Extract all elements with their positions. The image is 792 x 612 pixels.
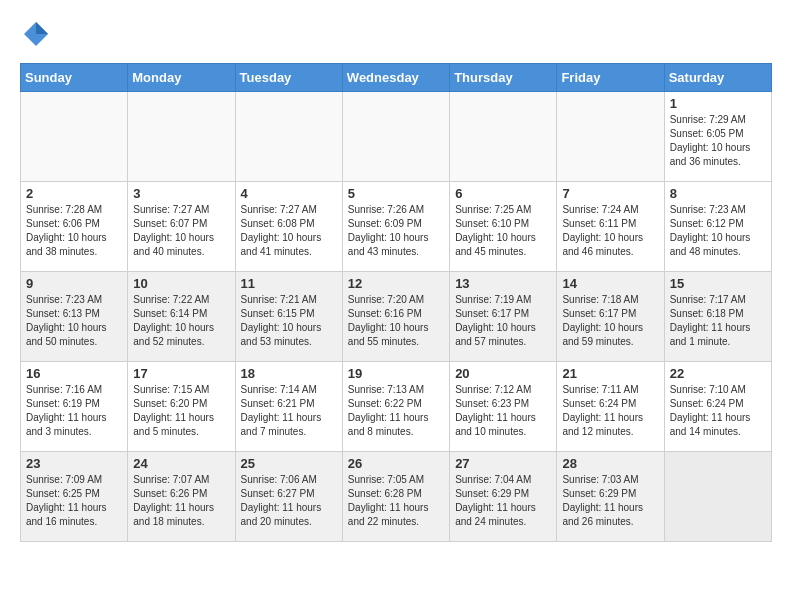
calendar-cell: 10Sunrise: 7:22 AM Sunset: 6:14 PM Dayli… — [128, 272, 235, 362]
calendar-cell: 22Sunrise: 7:10 AM Sunset: 6:24 PM Dayli… — [664, 362, 771, 452]
day-info: Sunrise: 7:03 AM Sunset: 6:29 PM Dayligh… — [562, 473, 658, 529]
day-info: Sunrise: 7:14 AM Sunset: 6:21 PM Dayligh… — [241, 383, 337, 439]
day-info: Sunrise: 7:07 AM Sunset: 6:26 PM Dayligh… — [133, 473, 229, 529]
day-info: Sunrise: 7:27 AM Sunset: 6:08 PM Dayligh… — [241, 203, 337, 259]
day-info: Sunrise: 7:25 AM Sunset: 6:10 PM Dayligh… — [455, 203, 551, 259]
day-info: Sunrise: 7:24 AM Sunset: 6:11 PM Dayligh… — [562, 203, 658, 259]
day-number: 9 — [26, 276, 122, 291]
calendar-cell — [21, 92, 128, 182]
day-info: Sunrise: 7:13 AM Sunset: 6:22 PM Dayligh… — [348, 383, 444, 439]
day-info: Sunrise: 7:16 AM Sunset: 6:19 PM Dayligh… — [26, 383, 122, 439]
day-number: 12 — [348, 276, 444, 291]
calendar-cell: 8Sunrise: 7:23 AM Sunset: 6:12 PM Daylig… — [664, 182, 771, 272]
day-number: 13 — [455, 276, 551, 291]
day-number: 1 — [670, 96, 766, 111]
logo-icon — [22, 20, 50, 48]
logo — [20, 20, 50, 53]
calendar-cell: 26Sunrise: 7:05 AM Sunset: 6:28 PM Dayli… — [342, 452, 449, 542]
day-number: 2 — [26, 186, 122, 201]
weekday-header-saturday: Saturday — [664, 64, 771, 92]
calendar-cell: 1Sunrise: 7:29 AM Sunset: 6:05 PM Daylig… — [664, 92, 771, 182]
day-number: 10 — [133, 276, 229, 291]
calendar-cell: 21Sunrise: 7:11 AM Sunset: 6:24 PM Dayli… — [557, 362, 664, 452]
calendar-cell: 4Sunrise: 7:27 AM Sunset: 6:08 PM Daylig… — [235, 182, 342, 272]
calendar-cell: 7Sunrise: 7:24 AM Sunset: 6:11 PM Daylig… — [557, 182, 664, 272]
day-number: 3 — [133, 186, 229, 201]
day-info: Sunrise: 7:28 AM Sunset: 6:06 PM Dayligh… — [26, 203, 122, 259]
page-header — [20, 20, 772, 53]
weekday-header-sunday: Sunday — [21, 64, 128, 92]
calendar-cell — [235, 92, 342, 182]
day-number: 16 — [26, 366, 122, 381]
day-number: 23 — [26, 456, 122, 471]
calendar-cell: 16Sunrise: 7:16 AM Sunset: 6:19 PM Dayli… — [21, 362, 128, 452]
calendar-cell — [342, 92, 449, 182]
day-number: 19 — [348, 366, 444, 381]
day-info: Sunrise: 7:20 AM Sunset: 6:16 PM Dayligh… — [348, 293, 444, 349]
day-number: 4 — [241, 186, 337, 201]
day-number: 26 — [348, 456, 444, 471]
day-info: Sunrise: 7:05 AM Sunset: 6:28 PM Dayligh… — [348, 473, 444, 529]
calendar-cell: 15Sunrise: 7:17 AM Sunset: 6:18 PM Dayli… — [664, 272, 771, 362]
calendar-cell: 2Sunrise: 7:28 AM Sunset: 6:06 PM Daylig… — [21, 182, 128, 272]
calendar-cell — [128, 92, 235, 182]
day-info: Sunrise: 7:19 AM Sunset: 6:17 PM Dayligh… — [455, 293, 551, 349]
calendar-week-row: 16Sunrise: 7:16 AM Sunset: 6:19 PM Dayli… — [21, 362, 772, 452]
calendar-cell: 9Sunrise: 7:23 AM Sunset: 6:13 PM Daylig… — [21, 272, 128, 362]
day-info: Sunrise: 7:23 AM Sunset: 6:13 PM Dayligh… — [26, 293, 122, 349]
weekday-header-thursday: Thursday — [450, 64, 557, 92]
weekday-header-monday: Monday — [128, 64, 235, 92]
calendar-header-row: SundayMondayTuesdayWednesdayThursdayFrid… — [21, 64, 772, 92]
weekday-header-friday: Friday — [557, 64, 664, 92]
day-number: 27 — [455, 456, 551, 471]
calendar-cell: 28Sunrise: 7:03 AM Sunset: 6:29 PM Dayli… — [557, 452, 664, 542]
day-info: Sunrise: 7:15 AM Sunset: 6:20 PM Dayligh… — [133, 383, 229, 439]
day-number: 15 — [670, 276, 766, 291]
calendar-cell: 6Sunrise: 7:25 AM Sunset: 6:10 PM Daylig… — [450, 182, 557, 272]
calendar-cell: 20Sunrise: 7:12 AM Sunset: 6:23 PM Dayli… — [450, 362, 557, 452]
day-info: Sunrise: 7:04 AM Sunset: 6:29 PM Dayligh… — [455, 473, 551, 529]
day-number: 6 — [455, 186, 551, 201]
day-info: Sunrise: 7:27 AM Sunset: 6:07 PM Dayligh… — [133, 203, 229, 259]
day-info: Sunrise: 7:18 AM Sunset: 6:17 PM Dayligh… — [562, 293, 658, 349]
day-number: 8 — [670, 186, 766, 201]
svg-marker-1 — [36, 22, 48, 34]
calendar-cell: 25Sunrise: 7:06 AM Sunset: 6:27 PM Dayli… — [235, 452, 342, 542]
day-number: 7 — [562, 186, 658, 201]
calendar-cell: 19Sunrise: 7:13 AM Sunset: 6:22 PM Dayli… — [342, 362, 449, 452]
day-info: Sunrise: 7:09 AM Sunset: 6:25 PM Dayligh… — [26, 473, 122, 529]
calendar-cell — [557, 92, 664, 182]
weekday-header-tuesday: Tuesday — [235, 64, 342, 92]
day-number: 11 — [241, 276, 337, 291]
day-number: 21 — [562, 366, 658, 381]
day-info: Sunrise: 7:10 AM Sunset: 6:24 PM Dayligh… — [670, 383, 766, 439]
calendar-cell: 11Sunrise: 7:21 AM Sunset: 6:15 PM Dayli… — [235, 272, 342, 362]
calendar-cell: 23Sunrise: 7:09 AM Sunset: 6:25 PM Dayli… — [21, 452, 128, 542]
calendar-week-row: 1Sunrise: 7:29 AM Sunset: 6:05 PM Daylig… — [21, 92, 772, 182]
calendar-cell: 12Sunrise: 7:20 AM Sunset: 6:16 PM Dayli… — [342, 272, 449, 362]
day-info: Sunrise: 7:23 AM Sunset: 6:12 PM Dayligh… — [670, 203, 766, 259]
day-number: 24 — [133, 456, 229, 471]
day-info: Sunrise: 7:06 AM Sunset: 6:27 PM Dayligh… — [241, 473, 337, 529]
day-number: 22 — [670, 366, 766, 381]
calendar-week-row: 9Sunrise: 7:23 AM Sunset: 6:13 PM Daylig… — [21, 272, 772, 362]
calendar-cell: 27Sunrise: 7:04 AM Sunset: 6:29 PM Dayli… — [450, 452, 557, 542]
day-number: 17 — [133, 366, 229, 381]
calendar-cell: 18Sunrise: 7:14 AM Sunset: 6:21 PM Dayli… — [235, 362, 342, 452]
weekday-header-wednesday: Wednesday — [342, 64, 449, 92]
calendar-cell: 24Sunrise: 7:07 AM Sunset: 6:26 PM Dayli… — [128, 452, 235, 542]
calendar-cell: 13Sunrise: 7:19 AM Sunset: 6:17 PM Dayli… — [450, 272, 557, 362]
day-number: 20 — [455, 366, 551, 381]
calendar-cell: 3Sunrise: 7:27 AM Sunset: 6:07 PM Daylig… — [128, 182, 235, 272]
calendar-week-row: 2Sunrise: 7:28 AM Sunset: 6:06 PM Daylig… — [21, 182, 772, 272]
calendar-cell: 5Sunrise: 7:26 AM Sunset: 6:09 PM Daylig… — [342, 182, 449, 272]
day-info: Sunrise: 7:26 AM Sunset: 6:09 PM Dayligh… — [348, 203, 444, 259]
day-number: 5 — [348, 186, 444, 201]
day-info: Sunrise: 7:21 AM Sunset: 6:15 PM Dayligh… — [241, 293, 337, 349]
day-number: 28 — [562, 456, 658, 471]
calendar-cell: 17Sunrise: 7:15 AM Sunset: 6:20 PM Dayli… — [128, 362, 235, 452]
day-info: Sunrise: 7:17 AM Sunset: 6:18 PM Dayligh… — [670, 293, 766, 349]
day-number: 18 — [241, 366, 337, 381]
day-info: Sunrise: 7:11 AM Sunset: 6:24 PM Dayligh… — [562, 383, 658, 439]
calendar-table: SundayMondayTuesdayWednesdayThursdayFrid… — [20, 63, 772, 542]
